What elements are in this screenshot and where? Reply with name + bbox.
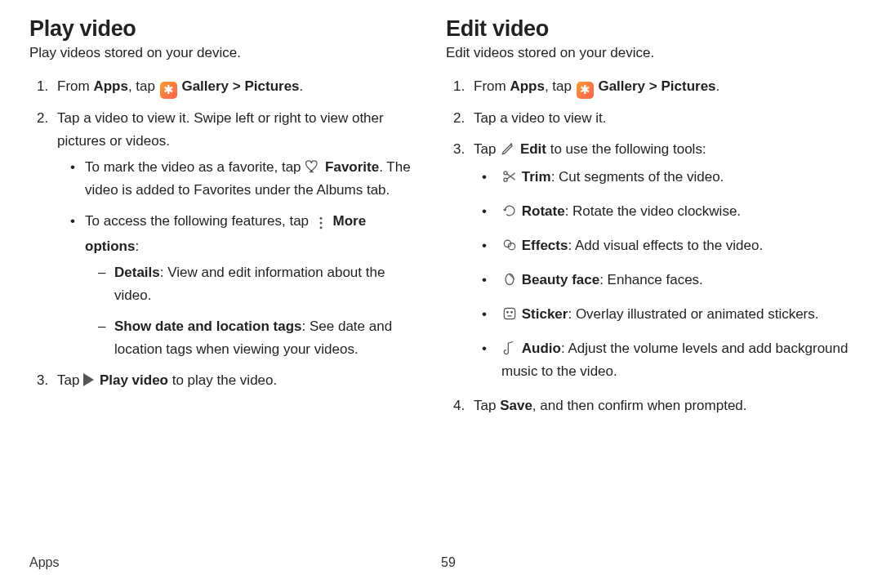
- svg-point-0: [319, 216, 322, 219]
- svg-point-9: [507, 311, 509, 313]
- gallery-icon: ✱: [577, 82, 594, 99]
- edit-step-3: Tap Edit to use the following tools: Tri…: [469, 138, 853, 383]
- tool-beauty: Beauty face: Enhance faces.: [479, 269, 853, 292]
- more-options-sublist: Details: View and edit information about…: [85, 261, 423, 361]
- pictures-label: Pictures: [661, 78, 715, 94]
- footer-section-name: Apps: [29, 555, 441, 570]
- text: : Rotate the video clockwise.: [565, 203, 741, 219]
- text: From: [57, 78, 93, 94]
- music-note-icon: [501, 341, 518, 356]
- page-footer: Apps 59: [0, 555, 882, 570]
- play-step-3: Tap Play video to play the video.: [52, 369, 423, 392]
- edit-video-subtitle: Edit videos stored on your device.: [446, 43, 853, 64]
- breadcrumb-arrow: >: [645, 78, 661, 94]
- play-video-subtitle: Play videos stored on your device.: [29, 43, 423, 64]
- text: : Add visual effects to the video.: [568, 238, 763, 253]
- effects-label: Effects: [522, 238, 568, 253]
- details-label: Details: [114, 265, 160, 280]
- text: to play the video.: [168, 372, 277, 388]
- trim-label: Trim: [522, 169, 551, 185]
- svg-point-1: [319, 221, 322, 224]
- text: , tap: [545, 78, 576, 94]
- tool-effects: Effects: Add visual effects to the video…: [479, 234, 853, 257]
- sticker-icon: [501, 306, 518, 322]
- play-icon: [83, 373, 94, 386]
- rotate-icon: [501, 203, 518, 219]
- pictures-label: Pictures: [244, 78, 299, 94]
- gallery-label: Gallery: [178, 78, 229, 94]
- heart-icon: [305, 159, 321, 175]
- text: Tap: [474, 398, 500, 413]
- text: Tap a video to view it.: [474, 110, 607, 126]
- text: Tap a video to view it. Swipe left or ri…: [57, 110, 384, 149]
- details-item: Details: View and edit information about…: [95, 261, 423, 307]
- play-video-column: Play video Play videos stored on your de…: [29, 16, 441, 555]
- rotate-label: Rotate: [522, 203, 565, 219]
- edit-step-2: Tap a video to view it.: [469, 107, 853, 130]
- apps-label: Apps: [93, 78, 128, 94]
- text: To mark the video as a favorite, tap: [85, 159, 305, 175]
- play-video-label: Play video: [100, 372, 168, 388]
- text: From: [474, 78, 510, 94]
- apps-label: Apps: [510, 78, 545, 94]
- edit-step-1: From Apps, tap ✱ Gallery > Pictures.: [469, 75, 853, 99]
- text: To access the following features, tap: [85, 213, 313, 229]
- tags-item: Show date and location tags: See date an…: [95, 315, 423, 361]
- text: Tap: [474, 141, 500, 157]
- edit-tools-list: Trim: Cut segments of the video. Rotate:…: [474, 166, 853, 383]
- text: , tap: [128, 78, 159, 94]
- favorite-bullet: To mark the video as a favorite, tap Fav…: [67, 156, 423, 202]
- text: .: [716, 78, 720, 94]
- text: : Overlay illustrated or animated sticke…: [568, 306, 818, 322]
- svg-point-2: [319, 226, 322, 229]
- edit-video-title: Edit video: [446, 16, 853, 42]
- favorite-label: Favorite: [325, 159, 379, 175]
- tool-trim: Trim: Cut segments of the video.: [479, 166, 853, 189]
- svg-point-10: [511, 311, 513, 313]
- edit-video-column: Edit video Edit videos stored on your de…: [441, 16, 853, 555]
- text: , and then confirm when prompted.: [532, 398, 747, 413]
- tags-label: Show date and location tags: [114, 318, 302, 334]
- more-options-icon: [313, 212, 329, 235]
- play-video-title: Play video: [29, 16, 423, 42]
- text: .: [300, 78, 304, 94]
- svg-point-7: [506, 274, 514, 284]
- svg-point-4: [504, 178, 507, 181]
- sticker-label: Sticker: [522, 306, 568, 322]
- scissors-icon: [501, 169, 518, 185]
- gallery-label: Gallery: [595, 78, 645, 94]
- face-icon: [501, 272, 518, 287]
- more-options-bullet: To access the following features, tap Mo…: [67, 210, 423, 361]
- breadcrumb-arrow: >: [229, 78, 244, 94]
- edit-video-steps: From Apps, tap ✱ Gallery > Pictures. Tap…: [446, 75, 853, 417]
- audio-label: Audio: [522, 341, 561, 356]
- text: to use the following tools:: [546, 141, 706, 157]
- page-body: Play video Play videos stored on your de…: [0, 0, 882, 555]
- play-step-2-sublist: To mark the video as a favorite, tap Fav…: [57, 156, 423, 361]
- text: : Enhance faces.: [599, 272, 703, 287]
- play-step-2: Tap a video to view it. Swipe left or ri…: [52, 107, 423, 361]
- svg-point-3: [504, 171, 507, 174]
- edit-label: Edit: [520, 141, 546, 157]
- tool-sticker: Sticker: Overlay illustrated or animated…: [479, 303, 853, 326]
- tool-rotate: Rotate: Rotate the video clockwise.: [479, 200, 853, 223]
- play-video-steps: From Apps, tap ✱ Gallery > Pictures. Tap…: [29, 75, 423, 392]
- svg-rect-8: [504, 308, 514, 318]
- footer-page-number: 59: [441, 555, 456, 570]
- text: :: [135, 238, 139, 254]
- text: Tap: [57, 372, 83, 388]
- edit-step-4: Tap Save, and then confirm when prompted…: [469, 394, 853, 417]
- effects-icon: [501, 238, 518, 253]
- tool-audio: Audio: Adjust the volume levels and add …: [479, 337, 853, 383]
- gallery-icon: ✱: [160, 82, 177, 99]
- beauty-label: Beauty face: [522, 272, 599, 287]
- pencil-icon: [500, 141, 516, 157]
- play-step-1: From Apps, tap ✱ Gallery > Pictures.: [52, 75, 423, 99]
- save-label: Save: [500, 398, 532, 413]
- text: : Cut segments of the video.: [551, 169, 724, 185]
